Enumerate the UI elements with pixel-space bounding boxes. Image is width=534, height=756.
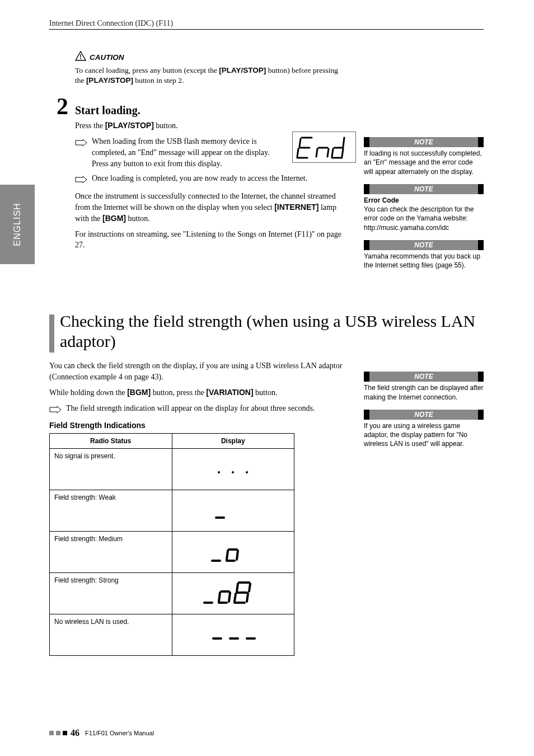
footer-squares-icon <box>49 731 67 735</box>
note-body: If you are using a wireless game adaptor… <box>364 421 484 449</box>
manual-name: F11/F01 Owner's Manual <box>85 730 154 736</box>
note-body: Yamaha recommends that you back up the I… <box>364 252 484 270</box>
caution-label: CAUTION <box>90 53 124 62</box>
radio-status-cell: No signal is present. <box>50 448 172 490</box>
display-end <box>292 132 356 163</box>
section2-p1: You can check the field strength on the … <box>49 360 348 383</box>
table-row: Field strength: Strong <box>50 572 294 614</box>
step-ready-text: Once loading is completed, you are now r… <box>92 173 348 185</box>
note-box-3: NOTE Yamaha recommends that you back up … <box>364 240 484 270</box>
radio-status-cell: Field strength: Strong <box>50 572 172 614</box>
note-box-1: NOTE If loading is not successfully comp… <box>364 137 484 176</box>
radio-status-cell: Field strength: Weak <box>50 490 172 531</box>
note-header: NOTE <box>364 372 484 382</box>
display-cell <box>172 572 294 614</box>
arrow-right-icon <box>49 403 62 415</box>
table-col-radio-status: Radio Status <box>50 433 172 448</box>
step-connected-text: Once the instrument is successfully conn… <box>75 191 348 224</box>
note-header: NOTE <box>364 184 484 194</box>
table-row: No wireless LAN is used. <box>50 614 294 655</box>
note-body: If loading is not successfully completed… <box>364 149 484 176</box>
note-header: NOTE <box>364 137 484 147</box>
svg-point-1 <box>80 58 81 59</box>
note-header: NOTE <box>364 240 484 250</box>
warning-icon <box>75 51 86 63</box>
table-col-display: Display <box>172 433 294 448</box>
table-row: Field strength: Weak <box>50 490 294 531</box>
page-number: 46 <box>71 728 79 738</box>
step-number: 2 <box>49 95 68 118</box>
table-row: Field strength: Medium <box>50 531 294 572</box>
radio-status-cell: Field strength: Medium <box>50 531 172 572</box>
svg-point-2 <box>218 471 220 473</box>
note-box-4: NOTE The field strength can be displayed… <box>364 372 484 402</box>
page-footer: 46 F11/F01 Owner's Manual <box>0 728 534 738</box>
field-strength-table: Radio Status Display No signal is presen… <box>49 433 294 656</box>
language-tab: ENGLISH <box>0 185 35 264</box>
step-press-line: Press the [PLAY/STOP] button. <box>75 120 348 132</box>
section-accent-bar <box>49 314 54 353</box>
language-tab-label: ENGLISH <box>12 203 22 246</box>
step-title: Start loading. <box>75 104 140 117</box>
radio-status-cell: No wireless LAN is used. <box>50 614 172 655</box>
arrow-right-icon <box>75 173 87 185</box>
display-cell <box>172 531 294 572</box>
display-cell <box>172 490 294 531</box>
note-box-2: NOTE Error Code You can check the descri… <box>364 184 484 232</box>
caution-text: To cancel loading, press any button (exc… <box>75 65 348 86</box>
header-rule <box>49 29 484 30</box>
arrow-right-icon <box>75 136 87 170</box>
note-body: Error Code You can check the description… <box>364 196 484 232</box>
svg-point-4 <box>246 471 248 473</box>
page-header-title: Internet Direct Connection (IDC) (F11) <box>49 19 484 28</box>
section2-p2: While holding down the [BGM] button, pre… <box>49 387 348 398</box>
display-cell <box>172 614 294 655</box>
table-row: No signal is present. <box>50 448 294 490</box>
note-box-5: NOTE If you are using a wireless game ad… <box>364 410 484 449</box>
display-cell <box>172 448 294 490</box>
note-body: The field strength can be displayed afte… <box>364 383 484 401</box>
section-title: Checking the field strength (when using … <box>60 311 484 351</box>
svg-point-3 <box>232 471 234 473</box>
note-header: NOTE <box>364 410 484 420</box>
table-heading: Field Strength Indications <box>49 421 348 430</box>
section2-arrow-text: The field strength indication will appea… <box>66 403 348 415</box>
step-instructions: For instructions on streaming, see "List… <box>75 229 348 251</box>
